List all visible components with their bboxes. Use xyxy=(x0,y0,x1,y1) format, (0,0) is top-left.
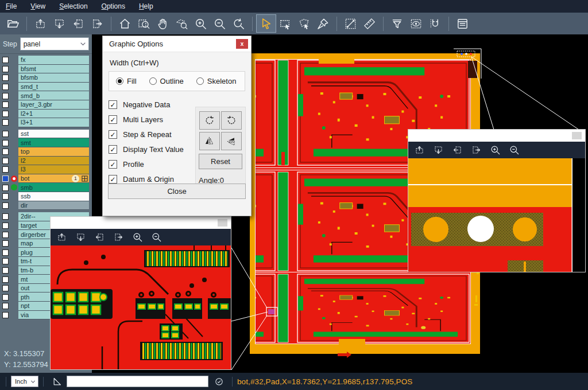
layer-checkbox[interactable] xyxy=(2,102,9,108)
layer-checkbox[interactable] xyxy=(2,93,9,99)
zoom-out-icon[interactable] xyxy=(509,145,520,155)
radio-outline[interactable] xyxy=(149,77,157,85)
layer-row-l3[interactable]: l3 xyxy=(0,165,92,174)
menu-options[interactable]: Options xyxy=(102,2,125,10)
popup-window-button[interactable] xyxy=(218,219,227,227)
layer-checkbox[interactable] xyxy=(2,294,9,301)
view-options-button[interactable] xyxy=(407,15,425,32)
layer-label-bar[interactable]: l2+1 xyxy=(18,110,89,119)
layer-row-fx[interactable]: fx xyxy=(0,56,92,65)
dialog-checkbox-display-text-value[interactable]: ✓Display Text Value xyxy=(109,142,200,157)
layers-panel-button[interactable] xyxy=(453,15,472,32)
radio-skeleton[interactable] xyxy=(196,77,204,85)
reset-button[interactable]: Reset xyxy=(199,154,242,169)
layer-label-bar[interactable]: top xyxy=(18,147,89,157)
pan-hand-button[interactable] xyxy=(153,15,172,32)
pan-right-icon[interactable] xyxy=(113,232,124,243)
layer-label-bar[interactable]: l2 xyxy=(18,157,89,166)
layer-row-layer_3.gbr[interactable]: layer_3.gbr xyxy=(0,100,92,110)
layer-row-top[interactable]: top xyxy=(0,147,92,157)
layer-checkbox[interactable] xyxy=(2,84,9,90)
select-poly-button[interactable] xyxy=(295,15,314,32)
step-select[interactable]: panel xyxy=(20,37,89,50)
snap-magnet-button[interactable] xyxy=(425,15,444,32)
pan-down-icon[interactable] xyxy=(433,145,444,155)
layer-checkbox[interactable] xyxy=(2,276,9,283)
layer-label-bar[interactable]: fx xyxy=(18,56,89,65)
units-select[interactable]: Inch xyxy=(11,376,38,387)
corner-tool-icon[interactable] xyxy=(52,376,63,387)
menu-file[interactable]: File xyxy=(6,2,17,10)
zoom-out-icon[interactable] xyxy=(151,232,162,243)
checkbox[interactable]: ✓ xyxy=(109,115,117,124)
pan-right-icon[interactable] xyxy=(471,145,482,155)
layer-row-l2+1[interactable]: l2+1 xyxy=(0,110,92,119)
layer-label-bar[interactable]: bfsmb xyxy=(18,73,89,83)
layer-row-bot[interactable]: bot1 xyxy=(0,174,92,184)
ruler-button[interactable] xyxy=(360,15,379,32)
menu-selection[interactable]: Selection xyxy=(59,2,87,10)
layer-checkbox[interactable] xyxy=(2,249,9,256)
layer-row-smb[interactable]: smb xyxy=(0,183,92,192)
pan-down-icon[interactable] xyxy=(75,232,86,243)
layer-checkbox[interactable] xyxy=(2,223,9,229)
layer-checkbox[interactable] xyxy=(2,176,9,182)
select-rect-button[interactable] xyxy=(276,15,295,32)
checkbox[interactable]: ✓ xyxy=(109,160,117,169)
layer-label-bar[interactable]: bfsmt xyxy=(18,65,89,74)
layer-checkbox[interactable] xyxy=(2,111,9,117)
checkbox[interactable]: ✓ xyxy=(109,130,117,139)
layer-label-bar[interactable]: smd_b xyxy=(18,91,89,100)
dialog-close-button[interactable]: x xyxy=(236,39,248,49)
pan-left-icon[interactable] xyxy=(94,232,105,243)
menu-view[interactable]: View xyxy=(30,2,45,10)
mirror-horizontal-button[interactable] xyxy=(199,132,220,150)
layer-row-l2[interactable]: l2 xyxy=(0,157,92,166)
layer-row-smt[interactable]: smt xyxy=(0,138,92,147)
layer-row-smd_b[interactable]: smd_b xyxy=(0,91,92,100)
select-arrow-button[interactable] xyxy=(257,15,276,32)
layer-checkbox[interactable] xyxy=(2,213,9,220)
layer-label-bar[interactable]: ssb xyxy=(18,192,89,201)
dialog-checkbox-profile[interactable]: ✓Profile xyxy=(109,157,200,171)
layer-checkbox[interactable] xyxy=(2,149,9,155)
layer-checkbox[interactable] xyxy=(2,131,9,137)
pan-view-left-button[interactable] xyxy=(69,15,88,32)
layer-checkbox[interactable] xyxy=(2,185,9,191)
clean-tool-button[interactable] xyxy=(314,15,332,32)
dialog-title-bar[interactable]: Graphic Options x xyxy=(103,36,251,52)
dialog-checkbox-step-repeat[interactable]: ✓Step & Repeat xyxy=(109,127,200,142)
layer-row-bfsmt[interactable]: bfsmt xyxy=(0,65,92,74)
layer-checkbox[interactable] xyxy=(2,140,9,146)
command-input[interactable] xyxy=(67,376,208,387)
zoom-content-traces[interactable] xyxy=(51,245,231,369)
layer-checkbox[interactable] xyxy=(2,258,9,264)
open-folder-button[interactable] xyxy=(3,15,22,32)
layer-checkbox[interactable] xyxy=(2,303,9,309)
zoom-drag-button[interactable] xyxy=(172,15,191,32)
popup-window-button[interactable] xyxy=(572,132,582,139)
zoom-window-button[interactable] xyxy=(134,15,153,32)
zoom-out-button[interactable] xyxy=(210,15,229,32)
zoom-in-icon[interactable] xyxy=(132,232,143,243)
sync-icon[interactable] xyxy=(214,377,224,387)
layer-checkbox[interactable] xyxy=(2,267,9,274)
radio-option-outline[interactable]: Outline xyxy=(149,77,184,85)
layer-row-bfsmb[interactable]: bfsmb xyxy=(0,73,92,83)
checkbox[interactable]: ✓ xyxy=(109,145,117,154)
layer-checkbox[interactable] xyxy=(2,57,9,63)
layer-label-bar[interactable]: smb xyxy=(18,183,89,192)
pan-left-icon[interactable] xyxy=(452,145,463,155)
mirror-vertical-button[interactable] xyxy=(221,132,242,150)
layer-checkbox[interactable] xyxy=(2,166,9,173)
layer-checkbox[interactable] xyxy=(2,75,9,81)
pan-view-right-button[interactable] xyxy=(88,15,107,32)
layer-checkbox[interactable] xyxy=(2,240,9,247)
layer-checkbox[interactable] xyxy=(2,119,9,126)
dialog-checkbox-negative-data[interactable]: ✓Negative Data xyxy=(109,97,200,112)
layer-row-l3+1[interactable]: l3+1 xyxy=(0,118,92,127)
layer-label-bar[interactable]: smd_t xyxy=(18,83,89,92)
checkbox[interactable]: ✓ xyxy=(109,175,117,184)
pan-up-icon[interactable] xyxy=(56,232,67,243)
popup-title-bar[interactable] xyxy=(51,217,231,229)
